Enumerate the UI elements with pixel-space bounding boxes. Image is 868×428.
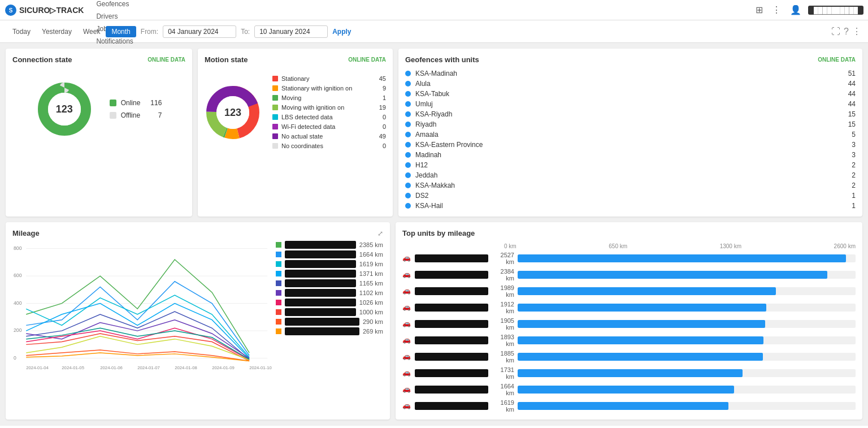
mileage-list-item: 1102 km bbox=[276, 289, 383, 297]
mileage-list-item: 1619 km bbox=[276, 260, 383, 268]
bar-km: 1619 km bbox=[492, 399, 514, 413]
expand-icon[interactable]: ⤢ bbox=[377, 230, 383, 237]
bar-unit-name bbox=[415, 254, 488, 262]
geo-dot bbox=[405, 132, 411, 137]
geo-item: KSA-Riyadh 15 bbox=[405, 110, 856, 118]
time-btn-today[interactable]: Today bbox=[7, 26, 36, 37]
top-units-header: Top units by mileage bbox=[402, 229, 856, 237]
motion-legend-count: 19 bbox=[379, 104, 386, 111]
svg-text:2024-01-09: 2024-01-09 bbox=[212, 365, 235, 370]
from-input[interactable] bbox=[163, 25, 236, 38]
mileage-unit-name bbox=[285, 299, 356, 306]
more-icon[interactable]: ⋮ bbox=[770, 2, 783, 18]
motion-dot bbox=[272, 76, 278, 81]
geofences-title: Geofences with units bbox=[405, 55, 479, 64]
geo-count: 3 bbox=[852, 151, 856, 159]
connection-state-card: Connection state ONLINE DATA 123 Online … bbox=[6, 49, 192, 217]
top-units-title: Top units by mileage bbox=[402, 229, 475, 237]
legend-dot bbox=[110, 112, 116, 119]
mileage-km: 1026 km bbox=[359, 299, 383, 306]
motion-dot bbox=[272, 143, 278, 149]
mileage-color bbox=[276, 328, 281, 334]
bar-fill-wrap bbox=[518, 320, 856, 328]
geo-label: Riyadh bbox=[415, 120, 436, 128]
time-btn-yesterday[interactable]: Yesterday bbox=[36, 26, 77, 37]
mileage-list: 2385 km 1664 km 1619 km 1371 km 1165 km … bbox=[276, 241, 383, 388]
unit-icon: 🚗 bbox=[402, 287, 411, 296]
apply-button[interactable]: Apply bbox=[332, 28, 351, 36]
motion-legend-item: Stationary with ignition on 9 bbox=[272, 85, 386, 92]
svg-text:2024-01-10: 2024-01-10 bbox=[249, 365, 272, 370]
motion-legend-item: Stationary 45 bbox=[272, 75, 386, 82]
mileage-km: 1165 km bbox=[359, 280, 383, 287]
mileage-color bbox=[276, 300, 281, 305]
geo-count: 44 bbox=[848, 100, 856, 108]
time-btn-week[interactable]: Week bbox=[77, 26, 106, 37]
svg-text:2024-01-08: 2024-01-08 bbox=[175, 365, 197, 370]
motion-legend-label: Moving bbox=[281, 94, 301, 101]
motion-legend-label: Stationary with ignition on bbox=[281, 85, 352, 92]
nav-item-geofences[interactable]: Geofences bbox=[90, 0, 138, 10]
motion-legend-item: No coordinates 0 bbox=[272, 142, 386, 149]
motion-legend-count: 0 bbox=[383, 114, 386, 120]
motion-legend-item: LBS detected data 0 bbox=[272, 114, 386, 120]
bar-fill-wrap bbox=[518, 287, 856, 295]
bar-axis-label: 1300 km bbox=[720, 243, 741, 249]
fullscreen-icon[interactable]: ⛶ bbox=[831, 27, 840, 37]
bar-fill-wrap bbox=[518, 271, 856, 279]
mileage-list-item: 1165 km bbox=[276, 279, 383, 287]
settings-icon[interactable]: ⋮ bbox=[852, 26, 861, 37]
bottom-row: Mileage ⤢ 800 600 400 200 0 bbox=[6, 222, 862, 420]
bar-row: 🚗 2384 km bbox=[402, 268, 856, 282]
mileage-km: 1102 km bbox=[359, 289, 383, 296]
mileage-unit-name bbox=[285, 241, 356, 249]
nav-item-drivers[interactable]: Drivers bbox=[90, 10, 138, 23]
bar-km: 1912 km bbox=[492, 301, 514, 314]
geo-count: 1 bbox=[852, 202, 856, 210]
geo-dot bbox=[405, 183, 411, 188]
motion-legend-label: No actual state bbox=[281, 133, 323, 140]
unit-icon: 🚗 bbox=[402, 336, 411, 345]
motion-legend-count: 0 bbox=[383, 123, 386, 130]
geo-count: 44 bbox=[848, 90, 856, 98]
help-icon[interactable]: ? bbox=[844, 27, 849, 37]
geo-item: KSA-Hail 1 bbox=[405, 202, 856, 210]
geo-count: 2 bbox=[852, 181, 856, 189]
geo-label: KSA-Riyadh bbox=[415, 110, 452, 118]
motion-dot bbox=[272, 124, 278, 129]
mileage-km: 290 km bbox=[363, 318, 383, 325]
bar-axis-label: 650 km bbox=[609, 243, 627, 249]
bar-unit-name bbox=[415, 320, 488, 328]
bar-fill-wrap bbox=[518, 336, 856, 344]
geo-label: Madinah bbox=[415, 151, 441, 159]
top-units-card: Top units by mileage 0 km650 km1300 km26… bbox=[396, 222, 862, 420]
bar-row: 🚗 2527 km bbox=[402, 252, 856, 265]
bar-fill bbox=[518, 386, 734, 394]
motion-legend: Stationary 45 Stationary with ignition o… bbox=[272, 75, 386, 149]
geo-item: Alula 44 bbox=[405, 80, 856, 88]
mileage-unit-name bbox=[285, 327, 359, 335]
user-icon[interactable]: 👤 bbox=[788, 2, 804, 18]
geo-label: KSA-Eastern Province bbox=[415, 141, 483, 149]
svg-text:0: 0 bbox=[14, 355, 16, 361]
mileage-color bbox=[276, 280, 281, 286]
mileage-color bbox=[276, 290, 281, 296]
bar-row: 🚗 1989 km bbox=[402, 284, 856, 298]
mileage-unit-name bbox=[285, 279, 356, 287]
top-row: Connection state ONLINE DATA 123 Online … bbox=[6, 49, 862, 217]
mileage-km: 1619 km bbox=[359, 261, 383, 267]
to-input[interactable] bbox=[254, 25, 328, 38]
geo-count: 1 bbox=[852, 192, 856, 200]
geofences-list: KSA-Madinah 51 Alula 44 KSA-Tabuk 44 Uml… bbox=[405, 70, 856, 210]
geo-label: H12 bbox=[415, 161, 428, 169]
top-nav: S SICURO▷TRACK DashboardMonitoringTracks… bbox=[0, 0, 868, 20]
motion-badge: ONLINE DATA bbox=[348, 57, 386, 63]
legend-count: 116 bbox=[145, 99, 162, 107]
geo-count: 15 bbox=[848, 110, 856, 118]
motion-dot bbox=[272, 85, 278, 91]
bar-unit-name bbox=[415, 287, 488, 295]
time-btn-month[interactable]: Month bbox=[106, 26, 136, 37]
geo-dot bbox=[405, 91, 411, 97]
geo-item: Jeddah 2 bbox=[405, 171, 856, 179]
grid-icon[interactable]: ⊞ bbox=[753, 2, 765, 18]
